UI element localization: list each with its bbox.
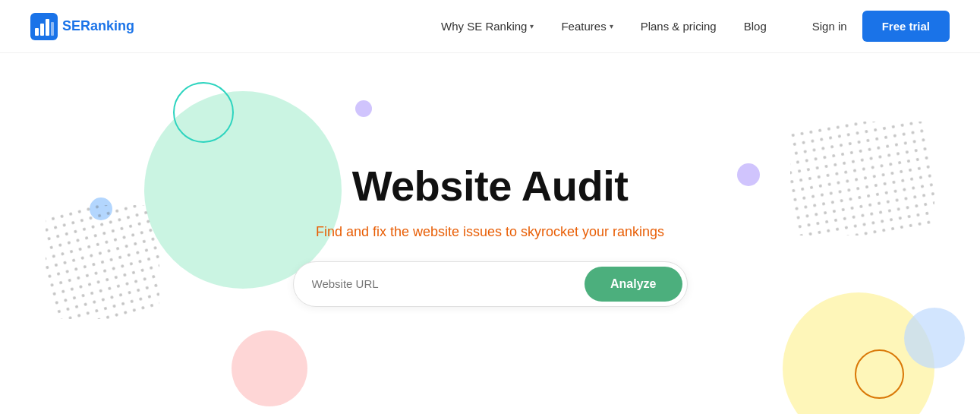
svg-rect-1 [35, 28, 39, 36]
features-chevron-icon: ▾ [610, 22, 613, 30]
deco-teal-outline-circle [173, 82, 234, 143]
deco-purple-right-circle [737, 163, 760, 186]
deco-dots-right [790, 122, 934, 235]
hero-title: Website Audit [352, 161, 629, 210]
deco-blue-right-circle [904, 308, 965, 368]
deco-gold-outline-circle [855, 349, 904, 399]
signin-button[interactable]: Sign in [812, 20, 847, 33]
deco-purple-small-circle [355, 100, 372, 117]
free-trial-button[interactable]: Free trial [862, 11, 950, 42]
svg-rect-2 [40, 24, 44, 36]
hero-subtitle: Find and fix the website issues to skyro… [316, 224, 664, 240]
nav-links: Why SE Ranking ▾ Features ▾ Plans & pric… [441, 20, 767, 33]
nav-why[interactable]: Why SE Ranking ▾ [441, 20, 534, 33]
nav-features[interactable]: Features ▾ [561, 20, 613, 33]
svg-rect-4 [51, 22, 54, 36]
website-url-input[interactable] [312, 277, 578, 290]
hero-section: Website Audit Find and fix the website i… [0, 53, 980, 414]
logo-text: SERanking [62, 18, 134, 34]
search-bar: Analyze [293, 261, 688, 307]
logo-icon [30, 13, 58, 40]
svg-rect-3 [46, 19, 49, 36]
navbar: SERanking Why SE Ranking ▾ Features ▾ Pl… [0, 0, 980, 53]
deco-pink-circle [232, 330, 307, 406]
analyze-button[interactable]: Analyze [585, 267, 682, 302]
hero-content: Website Audit Find and fix the website i… [293, 161, 688, 307]
nav-blog[interactable]: Blog [744, 20, 767, 33]
logo[interactable]: SERanking [30, 13, 134, 40]
deco-dots-left [46, 205, 159, 319]
why-chevron-icon: ▾ [530, 22, 534, 30]
svg-rect-7 [46, 205, 159, 319]
nav-pricing[interactable]: Plans & pricing [641, 20, 717, 33]
svg-rect-9 [790, 122, 934, 235]
nav-actions: Sign in Free trial [812, 11, 950, 42]
